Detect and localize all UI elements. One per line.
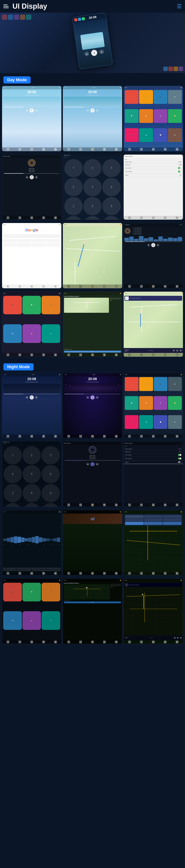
time-display-1: 20:08 [2, 89, 61, 94]
night-settings-flower: Flower [124, 460, 183, 464]
menu-button[interactable] [3, 3, 10, 10]
nav-distance: 9.0 mi [125, 350, 129, 351]
time-display-2: 20:08 [63, 89, 122, 94]
day-apps-screen: 18:46 📶 ♪ 📻 📞 BT 💬 🗺 ⚙ 📁 📷 🌤 🕐 ▶ 📞 🎵 [124, 86, 183, 151]
social-music-list: 华乐_XXXX.mp3 华乐_XXXX.mp3 华乐_XXXX.mp3 华乐_X… [132, 227, 142, 235]
app-bt[interactable]: BT [168, 90, 182, 104]
bottom-nav-night-settings: 📞 🎵 📻 ⚙ ▶ [124, 503, 183, 507]
music-info-night: Music Title Music Album Music Artist [63, 455, 122, 460]
hero-area: 20:08 ⏮ ⏸ ⏭ [0, 12, 185, 73]
day-coffee-nav-screen: 18:03 📶 Sunny Coffee Modern Restaurant 📍… [63, 291, 122, 357]
night-settings-device-pin: Device pin 0000 [124, 451, 183, 453]
player-controls-social: ⏮ ⏸ ⏭ [124, 242, 183, 248]
night-go-button[interactable]: GO [64, 601, 121, 603]
bottom-nav-social: 📞 🎵 📻 ⚙ ▶ [124, 284, 183, 288]
night-settings-auto-connect: Auto connect [124, 457, 183, 460]
night-coffee-nav-screen: 18:03 📶 Sunny Coffee Modern Restaurant 📍… [63, 579, 122, 644]
night-nav-instruction: Start on Singleton Tongue Road [129, 584, 139, 585]
settings-device-pin: Device pin 0000 [124, 163, 183, 166]
night-mode-grid-2: Bluetooth_Call ≡ 17:46 1 2ABC 3DEF 4GHI … [0, 441, 185, 510]
google-search-bar[interactable] [3, 235, 60, 238]
sub-text-1: A stunning view of nature [2, 94, 61, 96]
nav-icon[interactable]: ☰ [177, 3, 182, 9]
app-radio[interactable]: 📻 [139, 90, 153, 104]
night-nav-distance: 9.0 mi [125, 638, 128, 639]
player-controls-day2: ⏮ ⏸ ⏭ [63, 107, 122, 113]
bottom-nav-night-nav: 📞 🎵 📻 ⚙ ▶ [124, 571, 183, 575]
night-bt-settings-screen: Bluetooth_Settings ≡ 17:46 Device name C… [124, 441, 183, 507]
app-camera[interactable]: 📷 [125, 128, 138, 142]
app-misc[interactable]: ▶ [168, 128, 182, 142]
map-marker-start [84, 241, 85, 243]
app-messages[interactable]: 💬 [125, 109, 138, 123]
day-map-screen: 11:54 📶 📞 🎵 📻 ⚙ ▶ [63, 223, 122, 288]
hero-time: 20:08 [88, 15, 97, 20]
app-files[interactable]: 📁 [168, 109, 182, 123]
day-mode-label: Day Mode [3, 76, 31, 84]
header-left: UI Display [3, 2, 47, 10]
night-apps-screen: 18:46 📶 ♪ 📻 📞 BT 💬 🗺 ⚙ 📁 📷 🌤 🕐 ▶ 📞 🎵 [124, 373, 183, 438]
settings-flower: Flower [124, 174, 183, 177]
app-weather[interactable]: 🌤 [139, 128, 153, 142]
next-btn[interactable]: ⏭ [99, 49, 104, 54]
google-logo: Google [2, 226, 61, 234]
app-settings[interactable]: ⚙ [154, 109, 167, 123]
player-controls-btmusic: ⏮ ⏸ ⏭ [2, 175, 61, 180]
day-mode-section: Day Mode [0, 73, 185, 86]
eta-display: 10:18 ETA 9.0 mi [64, 349, 72, 350]
carplay-app-grid: 📞 💬 🎵 🗺 📻 ⚙ [2, 295, 61, 353]
player-controls-night-btmusic: ⏮ ⏸ ⏭ [63, 461, 122, 467]
nav-marker [140, 311, 141, 312]
night-home-screen-2: 20:08 ▶ 20:08 A stunning view of nature … [63, 373, 122, 438]
night-bt-settings-label: Bluetooth_Settings [125, 443, 133, 444]
not-playing-label: Not Playing [149, 350, 154, 351]
bottom-nav-night-eq: 📞 🎵 📻 ⚙ ▶ [2, 571, 61, 575]
screen-time-2: 20:08 [92, 87, 95, 88]
bottom-nav-carplay: 📞 🎵 📻 ⚙ ▶ [2, 353, 61, 357]
bottom-nav-night-coffee: 📞 🎵 📻 ⚙ ▶ [63, 640, 122, 644]
day-carplay-apps: 18:01 📶 📞 💬 🎵 🗺 📻 ⚙ 📞 🎵 📻 ⚙ ▶ [2, 291, 61, 357]
app-maps[interactable]: 🗺 [139, 109, 153, 123]
player-controls-night2: ⏮ ⏸ ⏭ [63, 395, 122, 400]
night-screen-time-2: 20:08 [92, 374, 95, 375]
food-image: 🥣 [63, 514, 122, 524]
day-bt-call-screen: Bluetooth_Call ≡ 17:46 1 2ABC 3DEF 4GHI … [63, 154, 122, 220]
music-info-day: Music Title Music Album Music Artist [2, 168, 61, 173]
night-settings-device-name: Device name CarBT [124, 447, 183, 451]
bottom-nav-night-navmusic: 📞 🎵 📻 ⚙ ▶ [124, 640, 183, 644]
night-carplay-grid: 📞 💬 🎵 🗺 📻 ⚙ [2, 582, 61, 640]
settings-auto-connect: Auto connect [124, 170, 183, 174]
bottom-nav-google: 📞 🎵 📻 ⚙ ▶ [2, 284, 61, 288]
app-phone[interactable]: 📞 [154, 90, 167, 104]
bottom-nav-night1: 📞 🎵 📻 ⚙ ▶ [2, 434, 61, 438]
day-nav-music-screen: 18:01 📶 ↑ Start on Singleton Tongue Road… [124, 291, 183, 357]
play-btn[interactable]: ⏸ [91, 50, 98, 56]
night-equalizer-screen: 11:54 📶 [2, 510, 61, 576]
day-mode-grid-1: 20:08 ▶ 20:08 A stunning view of nature … [0, 86, 185, 154]
social-album-art [125, 228, 130, 234]
day-social-music-screen: SocialMusic 17:46 华乐_XXXX.mp3 华乐_XXXX.mp… [124, 223, 183, 288]
bottom-nav-navmusic: 📞 🎵 📻 ⚙ ▶ [124, 353, 183, 357]
bottom-nav-apps: 📞 🎵 📻 ⚙ ▶ [124, 148, 183, 151]
day-mode-grid-3: 11:54 📶 Google 📞 🎵 📻 [0, 223, 185, 291]
go-button[interactable]: GO [64, 351, 121, 352]
night-mode-label: Night Mode [3, 363, 34, 370]
player-controls-night1: ⏮ ⏸ ⏭ [2, 395, 61, 400]
night-home-screen-1: 20:08 ▶ 20:08 A stunning view of nature … [2, 373, 61, 438]
app-clock[interactable]: 🕐 [154, 128, 167, 142]
page-title: UI Display [12, 2, 47, 10]
app-music[interactable]: ♪ [125, 90, 138, 104]
coffee-marker [85, 301, 87, 302]
prev-btn[interactable]: ⏮ [84, 51, 89, 56]
night-mode-grid-4: 18:01 📶 📞 💬 🎵 🗺 📻 ⚙ 📞 🎵 📻 ⚙ ▶ [0, 579, 185, 647]
page-footer [0, 647, 185, 653]
hero-player: ⏮ ⏸ ⏭ [84, 49, 104, 57]
app-grid-day: ♪ 📻 📞 BT 💬 🗺 ⚙ 📁 📷 🌤 🕐 ▶ [124, 89, 183, 148]
nav-map: ↑ Start on Singleton Tongue Road [124, 295, 183, 348]
night-bt-call-screen: Bluetooth_Call ≡ 17:46 1 2ABC 3DEF 4GHI … [2, 441, 61, 507]
bottom-nav-night2: 📞 🎵 📻 ⚙ ▶ [63, 434, 122, 438]
bottom-nav-btmusic: 📞 🎵 📻 ⚙ ▶ [2, 216, 61, 220]
bottom-nav-night-btmusic: 📞 🎵 📻 ⚙ ▶ [63, 503, 122, 507]
night-carplay-apps-screen: 18:01 📶 📞 💬 🎵 🗺 📻 ⚙ 📞 🎵 📻 ⚙ ▶ [2, 579, 61, 644]
bt-music-label: Bluetooth_Music [3, 156, 10, 157]
